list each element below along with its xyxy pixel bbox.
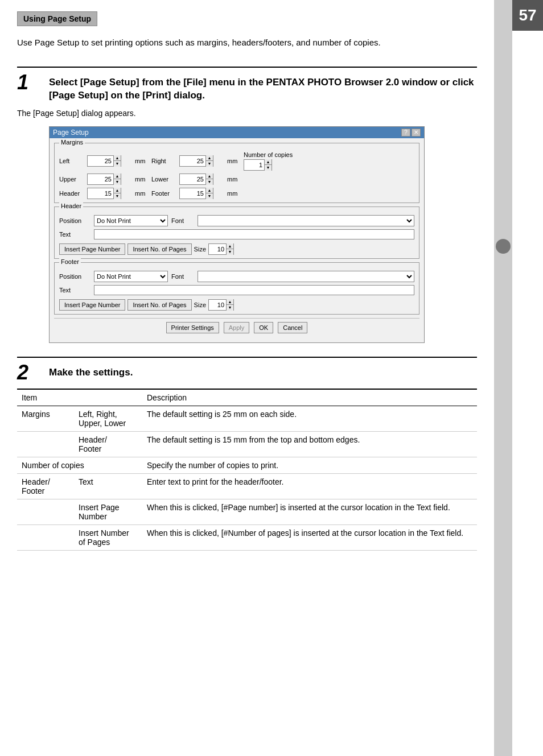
step2-divider <box>17 357 477 358</box>
header-insert-no-pages[interactable]: Insert No. of Pages <box>127 243 191 255</box>
col-item-header: Item <box>17 389 74 406</box>
header-size-up[interactable]: ▲ <box>227 243 233 249</box>
desc-cell: When this is clicked, [#Page number] is … <box>142 499 477 524</box>
sub-cell: Text <box>74 473 142 499</box>
header-group-label: Header <box>59 203 83 209</box>
header-margin-down[interactable]: ▼ <box>114 193 121 199</box>
header-position-select[interactable]: Do Not Print <box>94 215 168 226</box>
footer-margin-down[interactable]: ▼ <box>206 193 213 199</box>
header-margin-up[interactable]: ▲ <box>114 188 121 193</box>
copies-input[interactable]: 1 ▲ ▼ <box>244 159 272 171</box>
table-row: Header/Footer The default setting is 15 … <box>17 431 477 457</box>
upper-label: Upper <box>59 176 85 183</box>
table-row: Header/Footer Text Enter text to print f… <box>17 473 477 499</box>
item-cell: Margins <box>17 406 74 431</box>
step1-row: 1 Select [Page Setup] from the [File] me… <box>17 76 477 103</box>
left-unit: mm <box>135 158 149 164</box>
footer-size-input[interactable]: 10 ▲ ▼ <box>208 299 234 311</box>
footer-position-select[interactable]: Do Not Print <box>94 271 168 282</box>
copies-up[interactable]: ▲ <box>265 159 272 165</box>
header-group: Header Position Do Not Print Font Text I… <box>54 206 419 259</box>
right-value: 25 <box>180 157 205 165</box>
right-down[interactable]: ▼ <box>206 161 213 167</box>
dialog-close-btn[interactable]: ✕ <box>412 129 421 137</box>
footer-font-label: Font <box>171 273 194 280</box>
left-label: Left <box>59 158 85 164</box>
footer-margin-value: 15 <box>180 189 205 197</box>
item-cell <box>17 499 74 524</box>
right-unit: mm <box>227 158 241 164</box>
item-cell <box>17 431 74 457</box>
sub-cell: Left, Right,Upper, Lower <box>74 406 142 431</box>
footer-font-select[interactable] <box>198 271 414 282</box>
copies-down[interactable]: ▼ <box>265 165 272 171</box>
upper-input[interactable]: 25 ▲ ▼ <box>87 173 121 185</box>
header-text-label: Text <box>59 231 90 238</box>
header-margin-value: 15 <box>88 189 113 197</box>
lower-label: Lower <box>151 176 177 183</box>
upper-up[interactable]: ▲ <box>114 173 121 179</box>
header-size-input[interactable]: 10 ▲ ▼ <box>208 243 234 255</box>
footer-position-label: Position <box>59 273 90 280</box>
footer-insert-no-pages[interactable]: Insert No. of Pages <box>127 299 191 311</box>
right-input[interactable]: 25 ▲ ▼ <box>179 155 213 167</box>
step1-number: 1 <box>17 72 44 93</box>
footer-size-down[interactable]: ▼ <box>227 305 233 311</box>
item-cell <box>17 524 74 550</box>
sub-cell: Insert Numberof Pages <box>74 524 142 550</box>
footer-margin-up[interactable]: ▲ <box>206 188 213 193</box>
step1-divider <box>17 67 477 68</box>
desc-cell: Specify the number of copies to print. <box>142 457 477 473</box>
right-up[interactable]: ▲ <box>206 155 213 161</box>
footer-text-input[interactable] <box>94 285 414 295</box>
footer-size-up[interactable]: ▲ <box>227 299 233 305</box>
lower-up[interactable]: ▲ <box>206 173 213 179</box>
dialog-titlebar: Page Setup ? ✕ <box>50 127 424 138</box>
left-down[interactable]: ▼ <box>114 161 121 167</box>
header-font-label: Font <box>171 217 194 224</box>
printer-settings-button[interactable]: Printer Settings <box>166 322 219 333</box>
sidebar-circle <box>496 239 511 254</box>
left-input[interactable]: 25 ▲ ▼ <box>87 155 121 167</box>
lower-input[interactable]: 25 ▲ ▼ <box>179 173 213 185</box>
table-row: Insert PageNumber When this is clicked, … <box>17 499 477 524</box>
left-value: 25 <box>88 157 113 165</box>
upper-value: 25 <box>88 175 113 183</box>
footer-margin-input[interactable]: 15 ▲ ▼ <box>179 188 213 199</box>
col-desc-header: Description <box>142 389 477 406</box>
left-up[interactable]: ▲ <box>114 155 121 161</box>
header-margin-input[interactable]: 15 ▲ ▼ <box>87 188 121 199</box>
item-cell: Header/Footer <box>17 473 74 499</box>
upper-down[interactable]: ▼ <box>114 179 121 185</box>
footer-size-label: Size <box>194 301 206 308</box>
dialog-title: Page Setup <box>53 129 89 137</box>
lower-down[interactable]: ▼ <box>206 179 213 185</box>
table-row: Margins Left, Right,Upper, Lower The def… <box>17 406 477 431</box>
header-buttons-row: Insert Page Number Insert No. of Pages S… <box>59 243 414 255</box>
upper-unit: mm <box>135 176 149 183</box>
header-text-input[interactable] <box>94 229 414 239</box>
right-label: Right <box>151 158 177 164</box>
footer-group-label: Footer <box>59 258 81 265</box>
header-font-select[interactable] <box>198 215 414 226</box>
desc-cell: The default setting is 15 mm from the to… <box>142 431 477 457</box>
margins-label: Margins <box>59 139 85 146</box>
ok-button[interactable]: OK <box>254 322 273 333</box>
step2-row: 2 Make the settings. <box>17 366 477 383</box>
cancel-button[interactable]: Cancel <box>278 322 307 333</box>
dialog-titlebar-buttons: ? ✕ <box>401 129 421 137</box>
copies-label: Number of copies <box>244 151 293 158</box>
header-margin-unit: mm <box>135 190 149 197</box>
copies-box: Number of copies 1 ▲ ▼ <box>244 151 414 171</box>
step1-title: Select [Page Setup] from the [File] menu… <box>49 76 477 103</box>
copies-value: 1 <box>244 161 264 169</box>
header-size-down[interactable]: ▼ <box>227 249 233 255</box>
footer-buttons-row: Insert Page Number Insert No. of Pages S… <box>59 299 414 311</box>
footer-text-label: Text <box>59 287 90 294</box>
dialog-help-btn[interactable]: ? <box>401 129 410 137</box>
apply-button[interactable]: Apply <box>224 322 250 333</box>
header-insert-page-number[interactable]: Insert Page Number <box>59 243 125 255</box>
table-row: Number of copies Specify the number of c… <box>17 457 477 473</box>
footer-insert-page-number[interactable]: Insert Page Number <box>59 299 125 311</box>
footer-margin-unit: mm <box>227 190 241 197</box>
